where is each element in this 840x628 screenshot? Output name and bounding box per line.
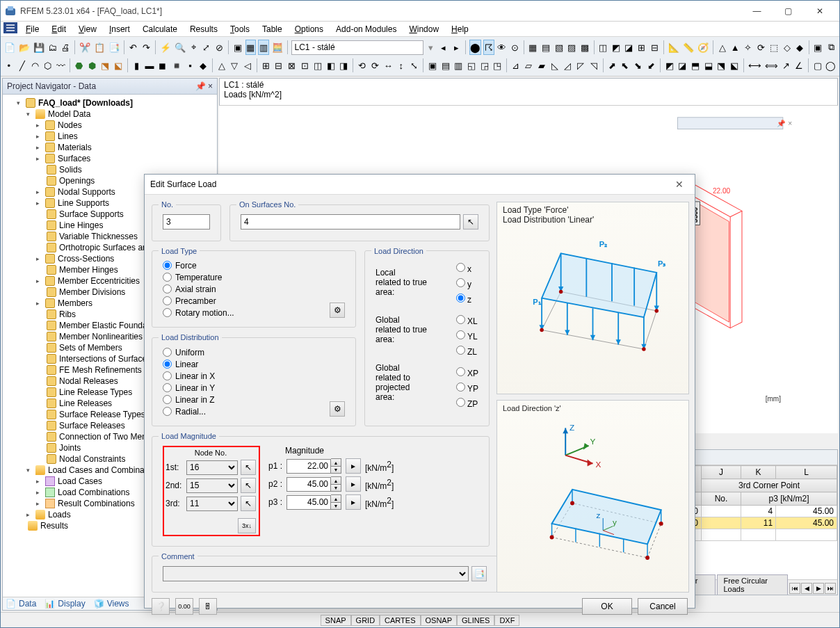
magnify-icon[interactable]: 🔍: [174, 40, 186, 55]
tree-lines[interactable]: Lines: [25, 131, 217, 142]
radio-rotary[interactable]: Rotary motion...: [163, 308, 345, 318]
cut-icon[interactable]: ✂️: [79, 40, 91, 55]
end-2-icon[interactable]: ◯: [825, 58, 837, 73]
radio-linz[interactable]: Linear in Z: [163, 395, 345, 405]
sel-3-icon[interactable]: ◼: [157, 58, 168, 73]
close-button[interactable]: ✕: [804, 1, 835, 21]
misc-1-icon[interactable]: ⟲: [357, 58, 368, 73]
menu-addon[interactable]: Add-on Modules: [330, 23, 402, 35]
p2-input[interactable]: ▲▼: [286, 476, 341, 492]
settings-button[interactable]: 🎚: [199, 598, 217, 615]
sel-6-icon[interactable]: ◆: [197, 58, 209, 73]
obj-2-icon[interactable]: ▤: [540, 40, 551, 55]
ext-1-icon[interactable]: △: [717, 40, 728, 55]
tail-2-icon[interactable]: ⧉: [825, 40, 837, 55]
pick-surfaces-button[interactable]: ↖: [463, 214, 478, 230]
tree-nodes[interactable]: Nodes: [25, 120, 217, 131]
grp-6-icon[interactable]: ◧: [325, 58, 337, 73]
units-button[interactable]: 0.00: [175, 598, 193, 615]
dim-4-icon[interactable]: ∠: [793, 58, 805, 73]
tail-1-icon[interactable]: ▣: [813, 40, 824, 55]
nav-tab-views[interactable]: 🧊Views: [94, 599, 129, 609]
nav-tab-display[interactable]: 📊Display: [45, 599, 85, 609]
grp-4-icon[interactable]: ⊡: [300, 58, 311, 73]
box-5-icon[interactable]: ⬔: [716, 58, 727, 73]
spreadsheet-icon[interactable]: 🧮: [271, 40, 284, 55]
radio-temp[interactable]: Temperature: [163, 273, 345, 282]
run-icon[interactable]: ⚡: [159, 40, 172, 55]
minimize-button[interactable]: —: [741, 1, 773, 21]
tree-surfaces[interactable]: Surfaces: [25, 153, 217, 164]
comment-combo[interactable]: [163, 566, 469, 581]
ed-3-icon[interactable]: ⬔: [100, 58, 111, 73]
grp-7-icon[interactable]: ◨: [339, 58, 350, 73]
menu-help[interactable]: Help: [446, 23, 474, 35]
fem-2-icon[interactable]: ▱: [524, 58, 535, 73]
menu-edit[interactable]: Edit: [46, 23, 72, 35]
p3-step-button[interactable]: ▸: [346, 494, 361, 510]
help-button[interactable]: ❔: [152, 598, 170, 615]
sup-2-icon[interactable]: ▽: [229, 58, 240, 73]
tabnav-prev-icon[interactable]: ◀: [801, 583, 812, 594]
tabnav-first-icon[interactable]: ⏮: [789, 583, 800, 594]
pick-node1-button[interactable]: ↖: [241, 460, 256, 475]
sup-3-icon[interactable]: ◁: [242, 58, 253, 73]
zoomall-icon[interactable]: ⤢: [201, 40, 212, 55]
fem-3-icon[interactable]: ▰: [536, 58, 547, 73]
menu-tools[interactable]: Tools: [225, 23, 255, 35]
menu-options[interactable]: Options: [289, 23, 329, 35]
radio-dir-xp[interactable]: XP: [453, 365, 478, 378]
sel-2-icon[interactable]: ▬: [144, 58, 155, 73]
dim-1-icon[interactable]: ⟷: [748, 58, 762, 73]
node-3x-button[interactable]: 3x↓: [238, 518, 256, 533]
new-file-icon[interactable]: 📄: [3, 40, 16, 55]
menu-file[interactable]: FFileile: [20, 23, 45, 35]
mod-2-icon[interactable]: 📏: [682, 40, 695, 55]
navigator-pin-icon[interactable]: 📌 ×: [195, 81, 213, 91]
box-3-icon[interactable]: ⬒: [690, 58, 701, 73]
radio-radial[interactable]: Radial...: [163, 407, 345, 417]
paste-icon[interactable]: 📑: [108, 40, 120, 55]
no-input[interactable]: [163, 214, 210, 230]
box-1-icon[interactable]: ◩: [664, 58, 675, 73]
surfaces-input[interactable]: [241, 214, 460, 230]
draw-poly-icon[interactable]: ⬡: [42, 58, 54, 73]
radio-linx[interactable]: Linear in X: [163, 371, 345, 381]
cub-2-icon[interactable]: ▤: [440, 58, 451, 73]
misc-2-icon[interactable]: ⟳: [370, 58, 381, 73]
radio-linear[interactable]: Linear: [163, 360, 345, 369]
copy-icon[interactable]: 📋: [93, 40, 106, 55]
node3-select[interactable]: 11: [186, 497, 238, 511]
comment-lib-button[interactable]: 📑: [471, 566, 487, 581]
node2-select[interactable]: 15: [186, 478, 238, 493]
grp-3-icon[interactable]: ⊠: [286, 58, 298, 73]
menu-insert[interactable]: Insert: [104, 23, 136, 35]
toggle-b-icon[interactable]: ☈: [483, 40, 494, 55]
misc-5-icon[interactable]: ⤡: [409, 58, 420, 73]
box-6-icon[interactable]: ⬕: [729, 58, 740, 73]
ed-1-icon[interactable]: ⬣: [74, 58, 85, 73]
cub-3-icon[interactable]: ▥: [453, 58, 464, 73]
radio-dir-xl[interactable]: XL: [453, 313, 478, 326]
ext-2-icon[interactable]: ▲: [729, 40, 741, 55]
stop-icon[interactable]: ⊘: [214, 40, 225, 55]
obj-3-icon[interactable]: ▧: [554, 40, 565, 55]
sel-4-icon[interactable]: ◾: [170, 58, 183, 73]
obj-1-icon[interactable]: ▦: [528, 40, 539, 55]
ext-7-icon[interactable]: ◆: [794, 40, 805, 55]
cub-1-icon[interactable]: ▣: [427, 58, 438, 73]
open-icon[interactable]: 📂: [18, 40, 31, 55]
app-menu-icon[interactable]: [3, 22, 19, 35]
sel-1-icon[interactable]: ▮: [131, 58, 143, 73]
radio-dir-zl[interactable]: ZL: [453, 344, 478, 357]
radio-precamber[interactable]: Precamber: [163, 296, 345, 306]
grp-1-icon[interactable]: ⊞: [260, 58, 271, 73]
radio-dir-x[interactable]: x: [453, 261, 478, 274]
undo-icon[interactable]: ↶: [128, 40, 139, 55]
mod-3-icon[interactable]: 🧭: [697, 40, 709, 55]
draw-line-icon[interactable]: ╱: [17, 58, 28, 73]
menu-results[interactable]: Results: [184, 23, 223, 35]
p2-step-button[interactable]: ▸: [346, 476, 361, 492]
fem-4-icon[interactable]: ◺: [549, 58, 560, 73]
window-icon[interactable]: ▣: [232, 40, 243, 55]
